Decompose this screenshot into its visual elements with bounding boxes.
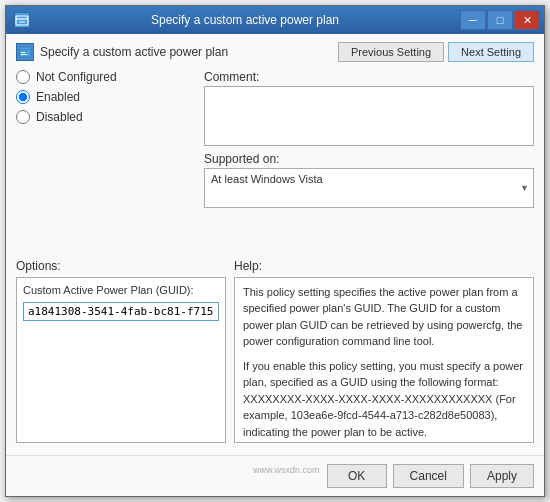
window-controls: ─ □ ✕	[460, 10, 540, 30]
svg-rect-0	[16, 16, 28, 25]
prev-setting-button[interactable]: Previous Setting	[338, 42, 444, 62]
radio-not-configured-label: Not Configured	[36, 70, 117, 84]
main-window: Specify a custom active power plan ─ □ ✕…	[5, 5, 545, 497]
content-area: Specify a custom active power plan Previ…	[6, 34, 544, 451]
window-title: Specify a custom active power plan	[30, 13, 460, 27]
help-paragraph-1: This policy setting specifies the active…	[243, 284, 525, 350]
radio-disabled-input[interactable]	[16, 110, 30, 124]
footer: www.wsxdn.com OK Cancel Apply	[6, 455, 544, 496]
left-panel: Not Configured Enabled Disabled	[16, 70, 196, 255]
options-box: Custom Active Power Plan (GUID):	[16, 277, 226, 444]
radio-disabled-label: Disabled	[36, 110, 83, 124]
maximize-button[interactable]: □	[487, 10, 513, 30]
nav-buttons: Previous Setting Next Setting	[338, 42, 534, 62]
header-section: Specify a custom active power plan Previ…	[16, 42, 534, 62]
minimize-button[interactable]: ─	[460, 10, 486, 30]
radio-disabled[interactable]: Disabled	[16, 110, 196, 124]
help-paragraph-2: If you enable this policy setting, you m…	[243, 358, 525, 441]
options-inner-label: Custom Active Power Plan (GUID):	[23, 284, 219, 296]
window-icon	[14, 12, 30, 28]
radio-enabled-input[interactable]	[16, 90, 30, 104]
cancel-button[interactable]: Cancel	[393, 464, 464, 488]
main-area: Not Configured Enabled Disabled Comment:	[16, 70, 534, 255]
watermark: www.wsxdn.com	[252, 464, 321, 488]
apply-button[interactable]: Apply	[470, 464, 534, 488]
radio-enabled-label: Enabled	[36, 90, 80, 104]
bottom-area: Options: Custom Active Power Plan (GUID)…	[16, 259, 534, 444]
help-box: This policy setting specifies the active…	[234, 277, 534, 444]
radio-not-configured-input[interactable]	[16, 70, 30, 84]
next-setting-button[interactable]: Next Setting	[448, 42, 534, 62]
svg-rect-5	[21, 52, 25, 53]
guid-input[interactable]	[23, 302, 219, 321]
title-bar: Specify a custom active power plan ─ □ ✕	[6, 6, 544, 34]
help-section: Help: This policy setting specifies the …	[234, 259, 534, 444]
options-label: Options:	[16, 259, 226, 273]
supported-label: Supported on:	[204, 152, 534, 166]
close-button[interactable]: ✕	[514, 10, 540, 30]
radio-group: Not Configured Enabled Disabled	[16, 70, 196, 124]
supported-value: At least Windows Vista	[204, 168, 534, 208]
policy-icon	[16, 43, 34, 61]
supported-section: Supported on: At least Windows Vista	[204, 152, 534, 208]
radio-enabled[interactable]: Enabled	[16, 90, 196, 104]
radio-not-configured[interactable]: Not Configured	[16, 70, 196, 84]
comment-label: Comment:	[204, 70, 534, 84]
right-panel: Comment: Supported on: At least Windows …	[204, 70, 534, 255]
comment-section: Comment:	[204, 70, 534, 146]
options-section: Options: Custom Active Power Plan (GUID)…	[16, 259, 226, 444]
svg-rect-6	[21, 54, 27, 55]
header-title: Specify a custom active power plan	[40, 45, 228, 59]
comment-textarea[interactable]	[204, 86, 534, 146]
ok-button[interactable]: OK	[327, 464, 387, 488]
header-left: Specify a custom active power plan	[16, 43, 228, 61]
help-label: Help:	[234, 259, 534, 273]
